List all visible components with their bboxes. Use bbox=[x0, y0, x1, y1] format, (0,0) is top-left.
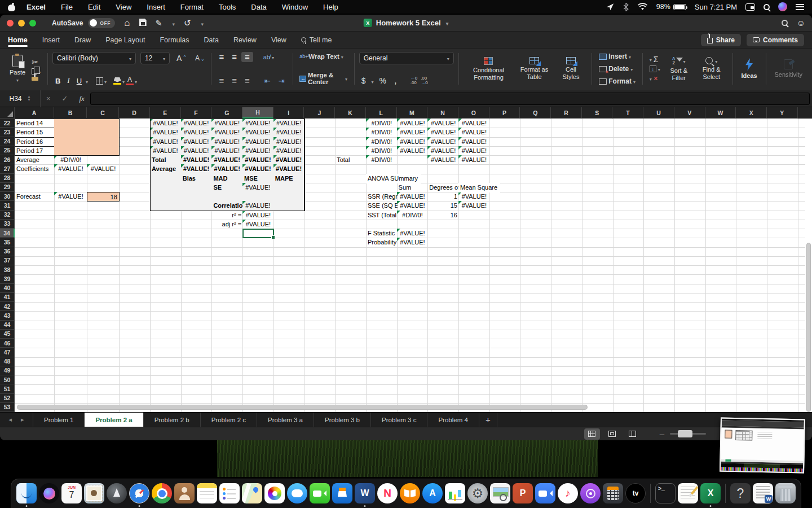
align-middle-button[interactable] bbox=[228, 52, 240, 62]
cell-C30[interactable]: 18 bbox=[87, 192, 120, 202]
row-header-35[interactable]: 35 bbox=[0, 238, 15, 247]
align-right-button[interactable] bbox=[241, 76, 253, 86]
align-top-button[interactable] bbox=[215, 52, 227, 62]
row-header-30[interactable]: 30 bbox=[0, 192, 15, 201]
dock-photos-icon[interactable] bbox=[264, 483, 285, 504]
italic-button[interactable]: I bbox=[64, 76, 72, 85]
cell-styles-button[interactable]: Cell Styles bbox=[554, 57, 587, 80]
format-cells-button[interactable]: Format bbox=[597, 77, 638, 86]
cell-F26[interactable]: #VALUE! bbox=[181, 155, 213, 165]
row-header-39[interactable]: 39 bbox=[0, 274, 15, 283]
cell-I22[interactable]: #VALUE! bbox=[273, 119, 305, 128]
cell-L24[interactable]: #DIV/0! bbox=[366, 137, 398, 147]
column-header-N[interactable]: N bbox=[427, 107, 458, 119]
dock-numbers-icon[interactable] bbox=[445, 483, 465, 504]
cell-H24[interactable]: #VALUE! bbox=[242, 137, 274, 147]
cell-H28[interactable]: MSE bbox=[242, 174, 274, 183]
column-header-X[interactable]: X bbox=[736, 107, 767, 119]
cell-G29[interactable]: SE bbox=[211, 183, 243, 192]
cell-C24[interactable] bbox=[87, 137, 120, 147]
zoom-slider[interactable] bbox=[670, 433, 706, 435]
cell-N29[interactable]: Degrees of bbox=[427, 183, 459, 192]
cell-E24[interactable]: #VALUE! bbox=[150, 137, 182, 147]
row-header-22[interactable]: 22 bbox=[0, 119, 15, 128]
menu-view[interactable]: View bbox=[116, 3, 131, 11]
normal-view-button[interactable] bbox=[584, 428, 600, 440]
cell-A30[interactable]: Forecast bbox=[15, 192, 55, 202]
font-name-select[interactable]: Calibri (Body) bbox=[52, 52, 136, 64]
cell-M25[interactable]: #VALUE! bbox=[397, 146, 429, 156]
sheet-tab-problem-2-b[interactable]: Problem 2 b bbox=[144, 413, 201, 427]
column-header-M[interactable]: M bbox=[397, 107, 428, 119]
cell-F28[interactable]: Bias bbox=[181, 174, 213, 183]
bold-button[interactable]: B bbox=[52, 77, 63, 85]
tab-page-layout[interactable]: Page Layout bbox=[105, 32, 145, 49]
paste-button[interactable]: Paste bbox=[6, 55, 29, 83]
format-as-table-button[interactable]: Format as Table bbox=[514, 57, 554, 80]
row-header-50[interactable]: 50 bbox=[0, 375, 15, 384]
sheet-tab-problem-3-c[interactable]: Problem 3 c bbox=[371, 413, 427, 427]
previous-sheet-arrow[interactable] bbox=[8, 416, 12, 423]
cell-F23[interactable]: #VALUE! bbox=[181, 128, 213, 137]
cell-G23[interactable]: #VALUE! bbox=[211, 128, 243, 137]
ideas-button[interactable]: Ideas bbox=[738, 51, 761, 87]
autosum-button[interactable] bbox=[647, 54, 663, 64]
dock-safari-icon[interactable] bbox=[129, 483, 149, 504]
cell-M29[interactable]: Sum bbox=[397, 183, 429, 192]
dock-finder-icon[interactable] bbox=[16, 483, 37, 504]
select-all-corner[interactable] bbox=[0, 107, 15, 119]
cell-I31[interactable] bbox=[273, 201, 305, 211]
horizontal-scrollbar[interactable] bbox=[17, 405, 588, 410]
active-cell-H34[interactable] bbox=[242, 229, 274, 238]
row-header-38[interactable]: 38 bbox=[0, 265, 15, 274]
dock-notes-icon[interactable] bbox=[197, 483, 217, 504]
column-header-O[interactable]: O bbox=[458, 107, 489, 119]
cell-G26[interactable]: #VALUE! bbox=[211, 155, 243, 165]
merge-center-button[interactable]: Merge & Center bbox=[297, 71, 350, 86]
cell-N23[interactable]: #VALUE! bbox=[427, 128, 459, 137]
wifi-icon[interactable] bbox=[637, 3, 648, 11]
cell-G32[interactable]: r² = bbox=[211, 211, 243, 220]
cell-A26[interactable]: Average bbox=[15, 155, 55, 165]
sheet-tab-problem-2-c[interactable]: Problem 2 c bbox=[201, 413, 257, 427]
cell-L25[interactable]: #DIV/0! bbox=[366, 146, 398, 156]
cell-H26[interactable]: #VALUE! bbox=[242, 155, 274, 165]
menu-file[interactable]: File bbox=[61, 3, 73, 11]
sheet-tab-problem-4[interactable]: Problem 4 bbox=[427, 413, 479, 427]
name-box-spinner[interactable]: ▲▼ bbox=[28, 95, 31, 102]
undo-button[interactable] bbox=[171, 19, 175, 27]
zoom-window-button[interactable] bbox=[29, 20, 36, 27]
percent-format-button[interactable] bbox=[377, 76, 389, 86]
tab-data[interactable]: Data bbox=[204, 32, 218, 49]
tab-review[interactable]: Review bbox=[233, 32, 257, 49]
page-layout-view-button[interactable] bbox=[604, 428, 620, 440]
number-format-select[interactable]: General bbox=[359, 52, 454, 64]
menu-excel[interactable]: Excel bbox=[27, 3, 46, 11]
column-header-U[interactable]: U bbox=[643, 107, 674, 119]
column-header-L[interactable]: L bbox=[366, 107, 397, 119]
cell-L28[interactable]: ANOVA SUmmary bbox=[366, 174, 421, 183]
cell-O26[interactable]: #VALUE! bbox=[458, 155, 490, 165]
cell-M34[interactable]: #VALUE! bbox=[397, 229, 429, 238]
cell-N22[interactable]: #VALUE! bbox=[427, 119, 459, 128]
format-painter-button[interactable] bbox=[29, 76, 43, 81]
column-header-T[interactable]: T bbox=[613, 107, 644, 119]
cell-B27[interactable]: #VALUE! bbox=[54, 164, 87, 174]
cut-button[interactable] bbox=[29, 57, 43, 67]
dock-launchpad-icon[interactable] bbox=[107, 483, 127, 504]
cell-F24[interactable]: #VALUE! bbox=[181, 137, 213, 147]
delete-cells-button[interactable]: Delete bbox=[597, 64, 638, 73]
row-header-53[interactable]: 53 bbox=[0, 403, 15, 412]
cell-B22[interactable] bbox=[54, 119, 87, 128]
formula-input[interactable] bbox=[90, 93, 810, 105]
cell-E22[interactable]: #VALUE! bbox=[150, 119, 182, 128]
cell-G33[interactable]: adj r² = bbox=[211, 220, 243, 229]
currency-format-button[interactable] bbox=[359, 76, 368, 86]
insert-function-icon[interactable]: fx bbox=[80, 94, 85, 103]
dock-podcasts-icon[interactable] bbox=[580, 483, 601, 504]
fill-color-button[interactable] bbox=[113, 77, 121, 85]
dock-textedit-icon[interactable] bbox=[678, 483, 698, 504]
dock-music-icon[interactable]: ♪ bbox=[558, 483, 578, 504]
autosave-switch[interactable]: OFF bbox=[88, 18, 115, 28]
cell-B23[interactable] bbox=[54, 128, 87, 137]
